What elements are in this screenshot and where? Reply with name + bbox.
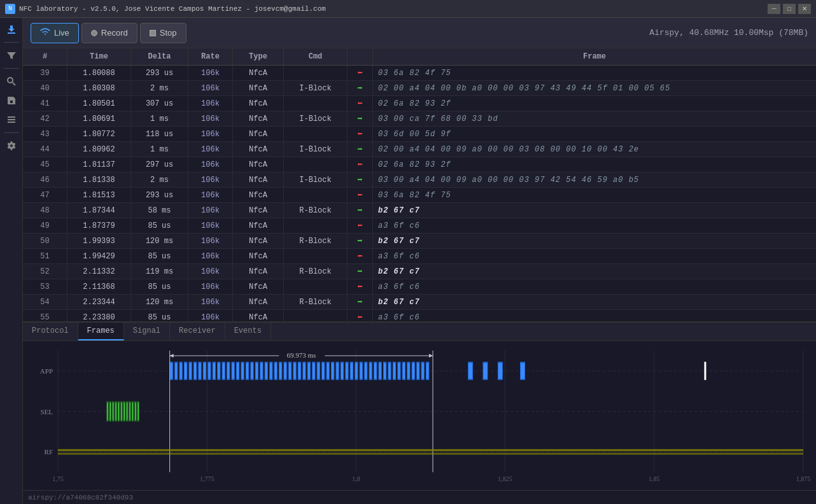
- direction-arrow: ⬅: [357, 251, 362, 262]
- cell-type: NfcA: [233, 264, 284, 279]
- direction-arrow: ➡: [357, 235, 362, 246]
- cell-time: 1.81137: [67, 157, 131, 172]
- table-body[interactable]: 39 1.80088 293 us 106k NfcA ⬅ 03 6a 82 4…: [23, 66, 816, 321]
- chart-area[interactable]: [23, 341, 816, 490]
- sidebar-btn-list[interactable]: [3, 111, 20, 129]
- record-label: Record: [101, 28, 128, 38]
- cell-delta: 85 us: [131, 218, 188, 233]
- tab-receiver[interactable]: Receiver: [170, 323, 225, 340]
- cell-frame: 02 6a 82 93 2f: [373, 96, 816, 111]
- cell-dir: ⬅: [348, 279, 373, 294]
- cell-delta: 293 us: [131, 66, 188, 80]
- col-frame: Frame: [373, 48, 816, 65]
- sidebar: [0, 18, 23, 504]
- cell-type: NfcA: [233, 157, 284, 172]
- table-row[interactable]: 51 1.99429 85 us 106k NfcA ⬅ a3 6f c6: [23, 249, 816, 264]
- direction-arrow: ⬅: [357, 129, 362, 139]
- stop-label: Stop: [160, 28, 177, 38]
- cell-time: 1.80088: [67, 66, 131, 80]
- cell-frame: 03 6a 82 4f 75: [373, 66, 816, 80]
- table-row[interactable]: 53 2.11368 85 us 106k NfcA ⬅ a3 6f c6: [23, 279, 816, 295]
- cell-delta: 119 ms: [131, 264, 188, 279]
- table-row[interactable]: 46 1.81338 2 ms 106k NfcA I-Block ➡ 03 0…: [23, 172, 816, 188]
- sidebar-btn-filter[interactable]: [3, 46, 20, 64]
- tab-protocol[interactable]: Protocol: [23, 323, 78, 340]
- sidebar-btn-download[interactable]: [3, 20, 20, 38]
- direction-arrow: ⬅: [357, 190, 362, 200]
- cell-frame: a3 6f c6: [373, 218, 816, 233]
- cell-frame: a3 6f c6: [373, 279, 816, 294]
- cell-time: 1.81338: [67, 172, 131, 187]
- cell-frame: b2 67 c7: [373, 264, 816, 279]
- cell-dir: ➡: [348, 172, 373, 187]
- direction-arrow: ⬅: [357, 98, 362, 109]
- svg-rect-5: [8, 122, 15, 123]
- cell-type: NfcA: [233, 188, 284, 202]
- table-row[interactable]: 41 1.80501 307 us 106k NfcA ⬅ 02 6a 82 9…: [23, 96, 816, 111]
- sidebar-btn-search[interactable]: [3, 73, 20, 90]
- table-row[interactable]: 43 1.80772 118 us 106k NfcA ⬅ 03 6d 00 5…: [23, 127, 816, 142]
- col-num: #: [23, 48, 67, 65]
- direction-arrow: ⬅: [357, 220, 362, 231]
- close-button[interactable]: ✕: [798, 4, 811, 14]
- cell-dir: ➡: [348, 264, 373, 279]
- tab-frames[interactable]: Frames: [78, 323, 124, 340]
- direction-arrow: ⬅: [357, 281, 362, 292]
- direction-arrow: ➡: [357, 205, 362, 216]
- cell-frame: 02 00 a4 04 00 0b a0 00 00 03 97 43 49 4…: [373, 81, 816, 95]
- table-row[interactable]: 52 2.11332 119 ms 106k NfcA R-Block ➡ b2…: [23, 264, 816, 279]
- minimize-button[interactable]: ─: [768, 4, 780, 14]
- cell-delta: 293 us: [131, 188, 188, 202]
- table-row[interactable]: 50 1.99393 120 ms 106k NfcA R-Block ➡ b2…: [23, 234, 816, 249]
- stop-icon: [150, 30, 156, 36]
- table-header: # Time Delta Rate Type Cmd Frame: [23, 48, 816, 66]
- cell-cmd: [284, 127, 348, 141]
- cell-cmd: [284, 279, 348, 294]
- cell-cmd: I-Block: [284, 142, 348, 157]
- table-row[interactable]: 42 1.80691 1 ms 106k NfcA I-Block ➡ 03 0…: [23, 111, 816, 127]
- sidebar-btn-settings[interactable]: [3, 137, 20, 155]
- cell-rate: 106k: [188, 172, 233, 187]
- table-row[interactable]: 39 1.80088 293 us 106k NfcA ⬅ 03 6a 82 4…: [23, 66, 816, 81]
- table-row[interactable]: 44 1.80962 1 ms 106k NfcA I-Block ➡ 02 0…: [23, 142, 816, 157]
- cell-rate: 106k: [188, 295, 233, 309]
- cell-time: 2.23380: [67, 310, 131, 321]
- cell-frame: a3 6f c6: [373, 249, 816, 263]
- table-row[interactable]: 54 2.23344 120 ms 106k NfcA R-Block ➡ b2…: [23, 295, 816, 310]
- direction-arrow: ➡: [357, 144, 362, 155]
- cell-time: 2.11368: [67, 279, 131, 294]
- cell-type: NfcA: [233, 142, 284, 157]
- cell-delta: 118 us: [131, 127, 188, 141]
- sidebar-btn-save[interactable]: [3, 92, 20, 109]
- cell-num: 49: [23, 218, 67, 233]
- live-label: Live: [54, 28, 69, 38]
- cell-dir: ⬅: [348, 249, 373, 263]
- table-row[interactable]: 45 1.81137 297 us 106k NfcA ⬅ 02 6a 82 9…: [23, 157, 816, 172]
- svg-rect-0: [8, 32, 15, 34]
- cell-frame: b2 67 c7: [373, 295, 816, 309]
- tab-events[interactable]: Events: [225, 323, 271, 340]
- table-row[interactable]: 40 1.80308 2 ms 106k NfcA I-Block ➡ 02 0…: [23, 81, 816, 96]
- cell-num: 43: [23, 127, 67, 141]
- col-type: Type: [233, 48, 284, 65]
- stop-button[interactable]: Stop: [140, 23, 186, 43]
- cell-time: 1.99429: [67, 249, 131, 263]
- cell-rate: 106k: [188, 310, 233, 321]
- sidebar-divider-1: [4, 42, 19, 43]
- tab-signal[interactable]: Signal: [124, 323, 170, 340]
- status-bar: airspy://a74068c82f340d93: [23, 490, 816, 504]
- maximize-button[interactable]: □: [783, 4, 796, 14]
- cell-rate: 106k: [188, 218, 233, 233]
- svg-point-1: [8, 78, 13, 83]
- live-button[interactable]: Live: [31, 23, 79, 43]
- table-row[interactable]: 48 1.87344 58 ms 106k NfcA R-Block ➡ b2 …: [23, 203, 816, 218]
- table-row[interactable]: 47 1.81513 293 us 106k NfcA ⬅ 03 6a 82 4…: [23, 188, 816, 203]
- cell-time: 1.80308: [67, 81, 131, 95]
- cell-cmd: [284, 157, 348, 172]
- cell-cmd: R-Block: [284, 264, 348, 279]
- cell-frame: 03 6a 82 4f 75: [373, 188, 816, 202]
- record-button[interactable]: Record: [81, 23, 137, 43]
- table-row[interactable]: 55 2.23380 85 us 106k NfcA ⬅ a3 6f c6: [23, 310, 816, 321]
- table-row[interactable]: 49 1.87379 85 us 106k NfcA ⬅ a3 6f c6: [23, 218, 816, 234]
- cell-cmd: [284, 249, 348, 263]
